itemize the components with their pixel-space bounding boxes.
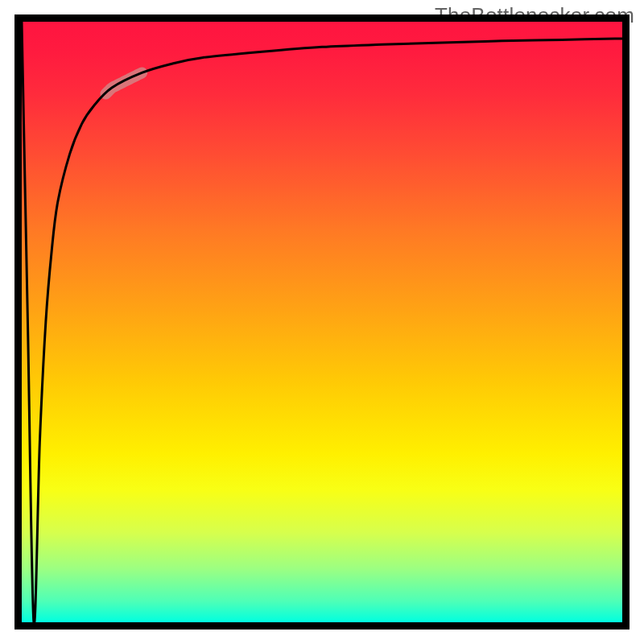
chart-container: TheBottlenecker.com xyxy=(0,0,644,644)
gradient-background xyxy=(22,22,622,622)
bottleneck-chart xyxy=(0,0,644,644)
